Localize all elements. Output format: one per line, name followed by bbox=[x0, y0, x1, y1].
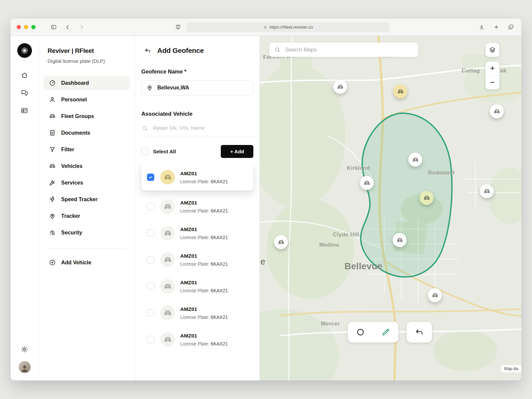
car-icon bbox=[423, 195, 430, 201]
vehicle-marker[interactable] bbox=[490, 104, 504, 118]
sidebar-item-label: Services bbox=[61, 180, 83, 186]
sidebar-item-security[interactable]: Security bbox=[44, 225, 130, 240]
vehicle-search-input[interactable] bbox=[152, 125, 253, 131]
chevron-right-icon bbox=[78, 24, 85, 30]
sidebar-item-vehicles[interactable]: Vehicles bbox=[44, 159, 130, 173]
vehicle-checkbox[interactable] bbox=[147, 203, 154, 210]
sidebar-item-services[interactable]: Services bbox=[44, 176, 130, 190]
car-icon bbox=[164, 202, 172, 211]
vehicle-search-field[interactable] bbox=[141, 125, 253, 136]
gear-icon bbox=[21, 345, 28, 353]
browser-window: https://rfleet.revivier.co bbox=[11, 19, 521, 380]
minimize-window-button[interactable] bbox=[24, 25, 28, 29]
draw-circle-tool-button[interactable] bbox=[348, 322, 373, 342]
search-icon bbox=[274, 47, 281, 53]
tabs-icon bbox=[508, 24, 514, 30]
sidebar: Reviver | RFleet Digital license plate (… bbox=[39, 36, 135, 380]
close-window-button[interactable] bbox=[17, 25, 21, 29]
car-icon bbox=[483, 188, 490, 195]
vehicle-row[interactable]: AMZ01License Plate: 6KAX21 bbox=[141, 164, 253, 191]
vehicle-row[interactable]: AMZ01License Plate: 6KAX21 bbox=[141, 193, 253, 220]
undo-button[interactable] bbox=[407, 322, 432, 342]
car-icon bbox=[363, 180, 370, 187]
add-vehicles-button[interactable]: + Add bbox=[221, 145, 253, 158]
car-icon bbox=[164, 282, 172, 291]
car-icon bbox=[493, 108, 500, 115]
vehicle-row[interactable]: AMZ01License Plate: 6KAX21 bbox=[141, 220, 253, 246]
sidebar-item-speed-tracker[interactable]: Speed Tracker bbox=[44, 192, 130, 206]
select-all-checkbox[interactable] bbox=[141, 148, 149, 155]
vehicle-avatar bbox=[160, 199, 175, 214]
zoom-out-button[interactable]: − bbox=[485, 75, 499, 90]
car-icon bbox=[49, 113, 56, 120]
vehicle-checkbox[interactable] bbox=[147, 309, 154, 317]
map-layers-button[interactable] bbox=[485, 43, 499, 57]
layers-icon bbox=[489, 46, 496, 54]
car-icon bbox=[337, 83, 344, 90]
vehicle-checkbox[interactable] bbox=[147, 336, 154, 343]
funnel-icon bbox=[49, 146, 56, 153]
sidebar-item-label: Documents bbox=[61, 130, 90, 136]
downloads-button[interactable] bbox=[477, 23, 486, 32]
vehicle-checkbox[interactable] bbox=[147, 229, 154, 237]
vehicle-marker[interactable] bbox=[393, 84, 407, 98]
vehicle-row[interactable]: AMZ01License Plate: 6KAX21 bbox=[141, 246, 253, 273]
sidebar-item-label: Tracker bbox=[61, 213, 80, 219]
map-label: Kirkland bbox=[347, 165, 370, 172]
draw-pencil-tool-button[interactable] bbox=[373, 322, 398, 342]
sidebar-item-documents[interactable]: Documents bbox=[44, 126, 130, 140]
plus-icon bbox=[493, 24, 499, 30]
map-label: ak bbox=[500, 67, 506, 74]
map-label: Medina bbox=[319, 242, 339, 248]
url-bar[interactable]: https://rfleet.revivier.co bbox=[187, 22, 390, 32]
id-card-icon bbox=[21, 107, 28, 114]
new-tab-button[interactable] bbox=[491, 23, 501, 32]
person-silhouette-icon bbox=[20, 364, 29, 373]
sidebar-item-filter[interactable]: Filter bbox=[44, 142, 130, 157]
vehicle-marker[interactable] bbox=[333, 80, 347, 94]
zoom-in-button[interactable]: + bbox=[485, 62, 499, 75]
sidebar-item-tracker[interactable]: Tracker bbox=[44, 209, 130, 223]
car-icon bbox=[396, 237, 403, 244]
settings-button[interactable] bbox=[21, 345, 29, 353]
forward-nav-button[interactable] bbox=[77, 23, 86, 32]
maximize-window-button[interactable] bbox=[31, 25, 36, 29]
vehicle-marker[interactable] bbox=[274, 235, 288, 249]
vehicle-marker[interactable] bbox=[428, 288, 442, 302]
add-vehicle-button[interactable]: Add Vehicle bbox=[44, 255, 130, 270]
rail-messages-button[interactable] bbox=[21, 89, 29, 97]
back-button[interactable] bbox=[144, 47, 152, 55]
rail-contacts-button[interactable] bbox=[21, 106, 29, 114]
user-avatar[interactable] bbox=[19, 361, 31, 373]
vehicle-row[interactable]: AMZ01License Plate: 6KAX21 bbox=[141, 300, 253, 326]
vehicle-checkbox[interactable] bbox=[147, 256, 154, 263]
app-logo[interactable] bbox=[17, 43, 32, 58]
back-arrow-icon bbox=[144, 47, 151, 54]
geofence-name-input[interactable] bbox=[157, 84, 248, 91]
map-search-input[interactable] bbox=[285, 47, 413, 53]
vehicle-checkbox[interactable] bbox=[147, 174, 154, 181]
tab-overview-button[interactable] bbox=[506, 23, 515, 32]
sidebar-item-dashboard[interactable]: Dashboard bbox=[44, 76, 130, 90]
vehicle-marker[interactable] bbox=[420, 191, 434, 205]
vehicle-marker[interactable] bbox=[393, 233, 407, 247]
url-text: https://rfleet.revivier.co bbox=[270, 25, 313, 30]
vehicle-marker[interactable] bbox=[360, 176, 374, 190]
vehicle-checkbox[interactable] bbox=[147, 283, 154, 290]
vehicle-marker[interactable] bbox=[408, 153, 422, 167]
geofence-name-field[interactable] bbox=[141, 80, 253, 95]
map-canvas[interactable]: + − Map da Forest ParkWoodinvilleCottaga… bbox=[260, 36, 521, 380]
sidebar-toggle-button[interactable] bbox=[49, 23, 58, 32]
vehicle-plate: License Plate: 6KAX21 bbox=[180, 288, 228, 293]
map-search-field[interactable] bbox=[269, 43, 418, 57]
associated-vehicle-label: Associated Vehicle bbox=[135, 111, 259, 117]
vehicle-marker[interactable] bbox=[480, 184, 494, 198]
vehicle-row[interactable]: AMZ01License Plate: 6KAX21 bbox=[141, 326, 253, 353]
sidebar-item-fleet-groups[interactable]: Fleet Groups bbox=[44, 109, 130, 123]
rail-home-button[interactable] bbox=[21, 71, 29, 79]
vehicle-row[interactable]: AMZ01License Plate: 6KAX21 bbox=[141, 273, 253, 300]
privacy-shield-button[interactable] bbox=[174, 23, 183, 32]
sidebar-item-personnel[interactable]: Personnel bbox=[44, 92, 130, 107]
back-nav-button[interactable] bbox=[63, 23, 72, 32]
plus-circle-icon bbox=[49, 259, 56, 266]
